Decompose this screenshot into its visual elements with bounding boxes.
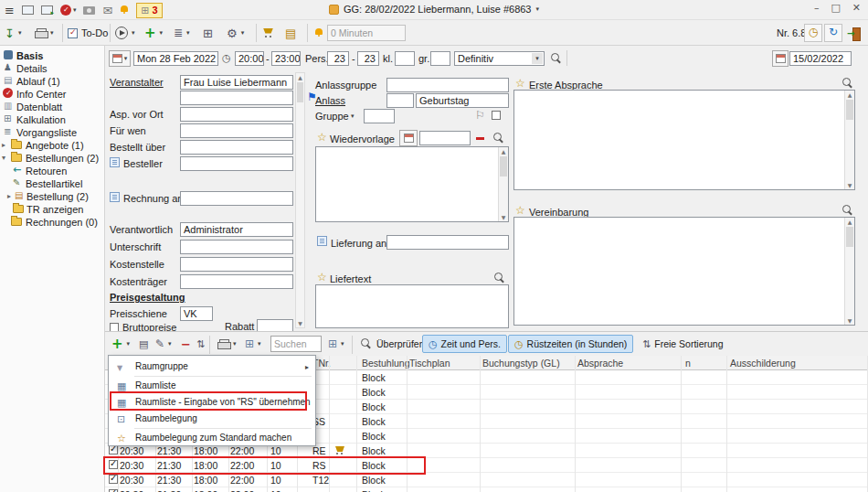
sidebar-item-bestellungen[interactable]: ▾ Bestellungen (2) xyxy=(0,152,105,165)
textarea-scrollbar[interactable] xyxy=(844,91,854,189)
veranstalter-label[interactable]: Veranstalter xyxy=(110,77,164,89)
textarea-scrollbar[interactable] xyxy=(844,218,854,325)
bestellt-ueber-field[interactable] xyxy=(180,140,293,155)
table-row[interactable]: 20:3021:3018:0022:0010T12Block xyxy=(105,473,868,487)
wiedervorlage-textarea[interactable] xyxy=(315,146,509,222)
run-button[interactable]: ▾ xyxy=(115,24,135,42)
freie-sortierung-button[interactable]: ⇅ Freie Sortierung xyxy=(640,335,726,353)
scrollbar-thumb[interactable] xyxy=(297,82,303,102)
contact-card-icon[interactable] xyxy=(317,236,327,246)
anlass-label[interactable]: Anlass xyxy=(315,95,345,107)
veranstalter-field[interactable]: Frau Luise Liebermann xyxy=(180,75,293,90)
table-row[interactable]: 20:3021:3018:0022:0010Block xyxy=(105,487,868,492)
menu-item-raumbelegung[interactable]: Raumbelegung xyxy=(110,411,314,427)
contact-card-icon[interactable] xyxy=(110,192,120,202)
sort-button[interactable]: ⇅ xyxy=(194,335,207,353)
sidebar-item-bestellung[interactable]: ▸ Bestellung (2) xyxy=(0,190,105,203)
remove-icon[interactable] xyxy=(476,137,484,140)
table-view-button[interactable]: ⊞ ▾ xyxy=(242,335,264,353)
list-view-button[interactable]: ≣ ▾ xyxy=(174,24,190,42)
deadline-date-picker-button[interactable] xyxy=(772,50,789,67)
sidebar-item-bestellartikel[interactable]: Bestellartikel xyxy=(0,177,105,190)
sidebar-item-vorgangsliste[interactable]: Vorgangsliste xyxy=(0,126,105,139)
sidebar-item-ablauf[interactable]: Ablauf (1) xyxy=(0,75,105,88)
persons-from-field[interactable]: 23 xyxy=(327,51,349,66)
dropdown-icon[interactable]: ▾ xyxy=(351,113,355,120)
cart-button[interactable] xyxy=(263,24,274,42)
save-import-button[interactable]: ↧ ▾ xyxy=(5,24,21,42)
wiedervorlage-date-button[interactable] xyxy=(399,130,418,146)
event-date-field[interactable]: Mon 28 Feb 2022 xyxy=(133,51,218,66)
gr-field[interactable] xyxy=(430,51,450,66)
column-header[interactable]: Buchungstyp (GL) xyxy=(482,358,560,369)
column-header[interactable]: Absprache xyxy=(577,358,623,369)
search-input[interactable] xyxy=(270,336,322,352)
add-button[interactable]: + ▾ xyxy=(144,24,163,42)
time-from-field[interactable]: 20:00 xyxy=(235,51,264,66)
status-select[interactable]: Definitiv ▾ xyxy=(454,51,545,66)
time-to-field[interactable]: 23:00 xyxy=(271,51,301,66)
refresh-button[interactable]: ↻ xyxy=(824,24,842,42)
scrollbar-thumb[interactable] xyxy=(500,156,507,176)
reminder-input[interactable] xyxy=(327,25,406,41)
textarea-scrollbar[interactable] xyxy=(498,147,508,221)
veranstalter-field2[interactable] xyxy=(180,91,293,105)
zeit-und-pers-button[interactable]: ◷ Zeit und Pers. xyxy=(422,335,507,353)
add-room-button[interactable]: + ▾ xyxy=(109,335,132,353)
flag-outline-icon[interactable]: ⚐ xyxy=(475,110,485,121)
search-icon[interactable] xyxy=(494,273,506,284)
menu-item-raumbelegung-standard[interactable]: Raumbelegung zum Standard machen xyxy=(110,430,314,446)
row-checkbox[interactable] xyxy=(109,445,118,455)
settings-button[interactable]: ⚙ ▾ xyxy=(227,24,244,42)
expander-open-icon[interactable]: ▾ xyxy=(2,154,5,162)
wiedervorlage-date-field[interactable] xyxy=(419,131,471,145)
kostenstelle-field[interactable] xyxy=(180,257,293,272)
close-button[interactable]: ✕ xyxy=(852,3,861,13)
contact-card-icon[interactable] xyxy=(110,157,120,167)
search-icon[interactable] xyxy=(551,53,563,65)
maximize-button[interactable]: □ xyxy=(831,3,840,13)
catalog-button[interactable]: ▤ xyxy=(285,24,296,42)
preisschiene-field[interactable]: VK xyxy=(180,306,213,321)
scrollbar-thumb[interactable] xyxy=(846,227,853,247)
column-header[interactable]: Bestuhlung xyxy=(362,358,410,369)
sidebar-item-datenblatt[interactable]: Datenblatt xyxy=(0,101,105,113)
delete-button[interactable]: − xyxy=(178,335,194,353)
history-clock-button[interactable]: ◷ xyxy=(804,24,822,42)
sidebar-item-basis[interactable]: Basis xyxy=(0,49,105,62)
kl-field[interactable] xyxy=(395,51,415,66)
ruestzeiten-button[interactable]: ◷ Rüstzeiten (in Stunden) xyxy=(508,335,633,353)
column-header[interactable]: Tischplan xyxy=(409,358,450,369)
expander-closed-icon[interactable]: ▸ xyxy=(2,141,5,149)
gruppe-field[interactable] xyxy=(364,109,395,123)
sidebar-item-retouren[interactable]: Retouren xyxy=(0,165,105,177)
preisgestaltung-label[interactable]: Preisgestaltung xyxy=(110,292,185,304)
fuer-wen-field[interactable] xyxy=(180,123,293,138)
print-table-button[interactable]: ▾ xyxy=(215,335,239,353)
sidebar-item-info-center[interactable]: Info Center xyxy=(0,88,105,101)
liefertext-textarea[interactable] xyxy=(315,284,509,328)
column-config-button[interactable]: ⊞ ▾ xyxy=(325,335,347,353)
sidebar-item-details[interactable]: Details xyxy=(0,62,105,75)
minimize-button[interactable]: – xyxy=(814,3,820,13)
anlassgruppe-field[interactable] xyxy=(386,78,509,92)
sidebar-item-kalkulation[interactable]: Kalkulation xyxy=(0,113,105,126)
row-checkbox[interactable] xyxy=(109,475,118,484)
form-scrollbar[interactable] xyxy=(295,72,305,328)
check-button[interactable]: Überprüfen xyxy=(358,335,428,353)
kostentraeger-field[interactable] xyxy=(180,274,293,289)
deadline-date-field[interactable]: 15/02/2022 xyxy=(789,51,852,66)
date-picker-button[interactable]: ▾ xyxy=(109,50,131,67)
vereinbarung-textarea[interactable] xyxy=(513,217,855,326)
expander-closed-icon[interactable]: ▸ xyxy=(7,192,11,200)
scrollbar-thumb[interactable] xyxy=(846,100,853,120)
exit-button[interactable] xyxy=(848,24,861,42)
todo-button[interactable]: To-Do xyxy=(68,24,108,42)
unterschrift-field[interactable] xyxy=(180,240,293,254)
lieferung-an-field[interactable] xyxy=(386,235,509,250)
sidebar-item-angebote[interactable]: ▸ Angebote (1) xyxy=(0,139,105,152)
copy-button[interactable]: ▤ xyxy=(136,335,151,353)
verantwortlich-field[interactable]: Administrator xyxy=(180,222,293,237)
besteller-field[interactable] xyxy=(180,156,293,171)
erste-absprache-textarea[interactable] xyxy=(513,90,855,190)
